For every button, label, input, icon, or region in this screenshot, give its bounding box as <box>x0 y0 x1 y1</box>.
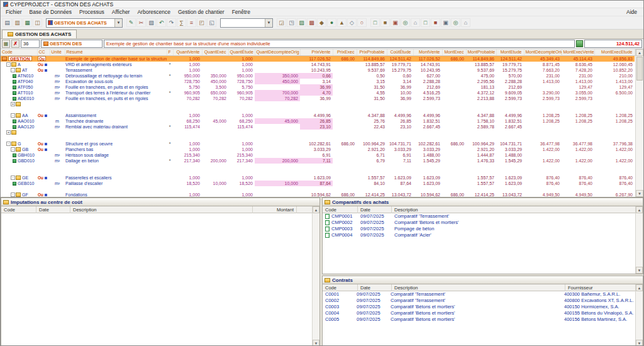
cell-prixexec[interactable] <box>333 90 357 96</box>
cell-prixvente[interactable]: 117.026,52 <box>300 55 333 62</box>
cell-prixprobable[interactable]: 0,50 <box>357 73 387 79</box>
cell-resume[interactable]: Fouille en tranchées, en puits et en rig… <box>65 96 167 101</box>
cell-montexecetude[interactable]: 210,00 <box>594 73 635 79</box>
cell-cc[interactable] <box>37 73 50 79</box>
cell-quantetude[interactable]: 70,282 <box>228 96 255 101</box>
cell-f[interactable] <box>167 152 173 158</box>
cell-montprobable[interactable]: 2.921,20 <box>466 147 496 152</box>
cell-quantexec[interactable] <box>202 130 228 135</box>
cell-quantetude[interactable] <box>228 130 255 135</box>
table-row[interactable]: ATT010 m³ Transport des terres à l'intér… <box>1 90 635 96</box>
cell-montexecvente[interactable] <box>562 107 594 113</box>
cell-cc[interactable] <box>37 158 50 164</box>
cell-montexecetude[interactable] <box>594 169 635 175</box>
cell-coutetude[interactable] <box>387 101 413 107</box>
cell-quantetude[interactable]: 215,340 <box>228 152 255 158</box>
cell-montvente[interactable] <box>413 164 442 169</box>
toolbar-icon[interactable]: ⌂ <box>461 18 470 27</box>
cell-montetude[interactable]: 212,69 <box>496 84 524 90</box>
cell-quantetude[interactable]: 1,000 <box>228 55 255 62</box>
cell-cc[interactable] <box>37 130 50 135</box>
cell-cc[interactable]: Ou <box>37 147 50 152</box>
cell-montvente[interactable]: 1.623,09 <box>413 181 442 186</box>
cell-quantvente[interactable]: 68,250 <box>173 118 202 124</box>
cell-f[interactable]: * <box>167 158 173 164</box>
toolbar-icon[interactable]: ■ <box>431 18 440 27</box>
cell-montetude[interactable]: 13.043,72 <box>496 192 524 198</box>
cell-code[interactable]: AA <box>1 113 37 118</box>
cell-coutetude[interactable]: 36,99 <box>387 96 413 101</box>
cell-unite[interactable] <box>50 164 65 169</box>
grid-view-button[interactable]: ▦ <box>2 40 10 48</box>
cell-quantvente[interactable]: 217,340 <box>173 158 202 164</box>
cell-montexecetude[interactable]: 129,47 <box>594 84 635 90</box>
expand-collapse-icon[interactable] <box>11 102 15 106</box>
cell-montexecetude[interactable]: 6.500,00 <box>594 90 635 96</box>
cell-prixexec[interactable] <box>333 118 357 124</box>
cell-montexecetude[interactable]: 1.422,00 <box>594 147 635 152</box>
cell-f[interactable] <box>167 147 173 152</box>
cell-prixexec[interactable] <box>333 62 357 67</box>
cell-montdecompteorig[interactable]: 8.871,45 <box>524 62 562 67</box>
cell-quantvente[interactable] <box>173 130 202 135</box>
cell-montexecvente[interactable]: 7.428,20 <box>562 67 594 73</box>
cell-unite[interactable] <box>50 101 65 107</box>
cell-quantdecompteeorig[interactable] <box>255 84 300 90</box>
cell-code[interactable]: ATF050 <box>1 84 37 90</box>
row-number-field[interactable]: 36 <box>21 40 40 48</box>
toolbar-icon[interactable]: ↷ <box>167 18 176 27</box>
cell-montexec[interactable] <box>442 164 466 169</box>
cell-prixvente[interactable]: 4.499,96 <box>300 113 333 118</box>
toolbar-icon[interactable]: ▩ <box>307 18 316 27</box>
cell-code[interactable]: GB <box>1 147 37 152</box>
cell-quantexec[interactable] <box>202 186 228 192</box>
menu-item[interactable]: Afficher <box>108 9 134 15</box>
cell-montexecvente[interactable] <box>562 169 594 175</box>
expand-collapse-icon[interactable] <box>11 193 15 197</box>
cell-prixexec[interactable] <box>333 147 357 152</box>
cell-cc[interactable] <box>37 118 50 124</box>
cell-prixvente[interactable] <box>300 101 333 107</box>
cell-code[interactable]: A <box>1 62 37 67</box>
cell-montexecetude[interactable]: 876,40 <box>594 181 635 186</box>
cell-montprobable[interactable]: 1.758,10 <box>466 118 496 124</box>
toolbar-icon[interactable]: ▦ <box>23 18 32 27</box>
toolbar-icon[interactable]: ◫ <box>33 18 42 27</box>
expand-collapse-icon[interactable] <box>11 176 15 180</box>
cell-prixvente[interactable]: 36,99 <box>300 96 333 101</box>
cell-quantvente[interactable]: 18,520 <box>173 181 202 186</box>
cell-montexecvente[interactable] <box>562 164 594 169</box>
cell-montprobable[interactable] <box>466 101 496 107</box>
toolbar-icon[interactable]: ∑ <box>177 18 186 27</box>
expand-collapse-icon[interactable] <box>11 113 15 118</box>
cell-f[interactable] <box>167 55 173 62</box>
cell-unite[interactable] <box>50 113 65 118</box>
cell-quantdecompteeorig[interactable]: 450,000 <box>255 79 300 84</box>
cell-prixvente[interactable]: 1.623,09 <box>300 175 333 181</box>
cell-cc[interactable] <box>37 164 50 169</box>
cell-montvente[interactable]: 2.667,45 <box>413 124 442 130</box>
cell-f[interactable] <box>167 175 173 181</box>
cell-montexecetude[interactable]: 49.856,83 <box>594 55 635 62</box>
cell-quantvente[interactable]: 728,750 <box>173 79 202 84</box>
cell-unite[interactable]: m³ <box>50 79 65 84</box>
cell-prixexec[interactable] <box>333 186 357 192</box>
cell-montexecvente[interactable]: 2.599,73 <box>562 96 594 101</box>
cell-resume[interactable] <box>65 169 167 175</box>
table-row[interactable]: GESTION Ou Exemple de gestion de chantie… <box>1 55 635 62</box>
cell-prixvente[interactable] <box>300 130 333 135</box>
cell-coutetude[interactable]: 7,11 <box>387 158 413 164</box>
cell-montdecompteorig[interactable]: 1.413,00 <box>524 79 562 84</box>
table-row[interactable] <box>1 169 635 175</box>
cell-montexec[interactable] <box>442 84 466 90</box>
table-row[interactable] <box>1 101 635 107</box>
cell-montvente[interactable] <box>413 169 442 175</box>
cell-quantvente[interactable]: 1,000 <box>173 55 202 62</box>
description-field[interactable]: Exemple de gestion de chantier basé sur … <box>104 40 575 48</box>
cell-prixexec[interactable] <box>333 158 357 164</box>
cell-unite[interactable] <box>50 147 65 152</box>
toolbar-icon[interactable]: ◰ <box>197 18 206 27</box>
toolbar-icon[interactable]: ↶ <box>157 18 166 27</box>
cell-cc[interactable] <box>37 135 50 141</box>
cell-montexecetude[interactable]: 12.060,45 <box>594 62 635 67</box>
